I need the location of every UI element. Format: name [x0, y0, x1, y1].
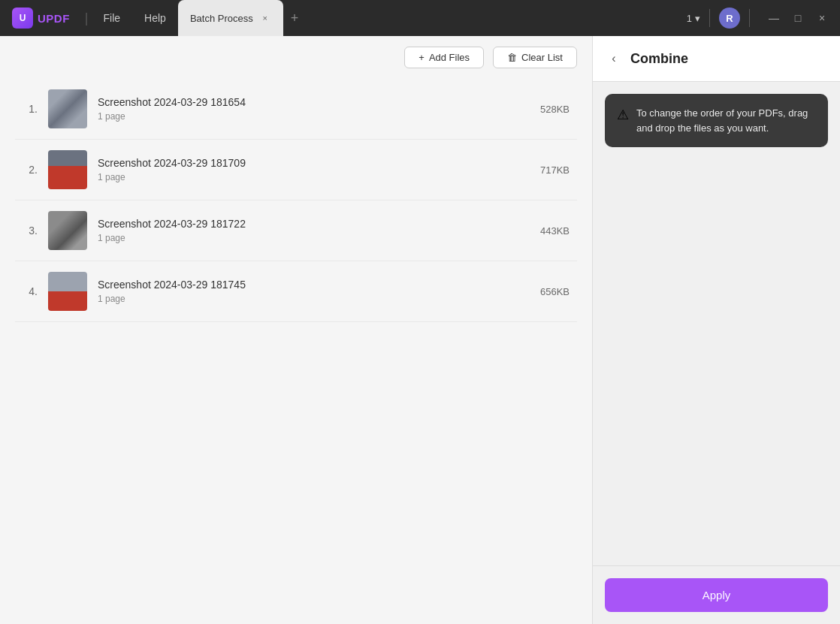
file-size: 656KB — [540, 286, 570, 297]
file-list-content: 1. Screenshot 2024-03-29 181654 1 page 5… — [0, 79, 592, 624]
window-controls: — □ × — [759, 12, 828, 24]
file-size: 443KB — [540, 225, 570, 237]
trash-icon: 🗑 — [507, 52, 517, 63]
panel-title: Combine — [630, 51, 688, 67]
file-thumbnail — [48, 272, 87, 311]
title-bar: U UPDF | File Help Batch Process × + 1 ▾… — [0, 0, 840, 36]
file-name: Screenshot 2024-03-29 181709 — [98, 157, 530, 169]
clear-list-label: Clear List — [521, 52, 563, 63]
file-thumbnail — [48, 150, 87, 189]
file-thumbnail — [48, 89, 87, 128]
file-pages: 1 page — [98, 111, 530, 122]
panel-back-button[interactable]: ‹ — [605, 50, 623, 68]
file-name: Screenshot 2024-03-29 181745 — [98, 279, 530, 291]
file-item[interactable]: 1. Screenshot 2024-03-29 181654 1 page 5… — [15, 79, 577, 140]
apply-button[interactable]: Apply — [605, 578, 828, 612]
file-list-area: + Add Files 🗑 Clear List 1. Screenshot 2… — [0, 36, 592, 624]
warning-icon: ⚠ — [617, 107, 629, 123]
file-list-toolbar: + Add Files 🗑 Clear List — [0, 36, 592, 79]
add-files-label: Add Files — [429, 52, 470, 63]
file-item[interactable]: 2. Screenshot 2024-03-29 181709 1 page 7… — [15, 140, 577, 200]
minimize-button[interactable]: — — [768, 12, 780, 24]
file-name: Screenshot 2024-03-29 181722 — [98, 218, 530, 230]
nav-file[interactable]: File — [92, 0, 133, 36]
version-badge[interactable]: 1 ▾ — [687, 13, 700, 24]
file-info: Screenshot 2024-03-29 181709 1 page — [98, 157, 530, 182]
file-number: 4. — [23, 285, 38, 297]
info-text: To change the order of your PDFs, drag a… — [636, 106, 816, 135]
file-info: Screenshot 2024-03-29 181654 1 page — [98, 96, 530, 122]
user-avatar[interactable]: R — [719, 8, 740, 29]
close-button[interactable]: × — [816, 12, 828, 24]
divider — [709, 9, 710, 27]
panel-footer: Apply — [593, 565, 840, 624]
file-pages: 1 page — [98, 172, 530, 182]
clear-list-button[interactable]: 🗑 Clear List — [493, 47, 577, 68]
file-thumbnail — [48, 211, 87, 250]
add-files-button[interactable]: + Add Files — [404, 47, 484, 68]
file-name: Screenshot 2024-03-29 181654 — [98, 96, 530, 108]
tab-close-icon[interactable]: × — [259, 12, 271, 24]
app-logo-text: UPDF — [38, 12, 70, 25]
file-number: 2. — [23, 164, 38, 176]
title-separator: | — [85, 11, 89, 26]
version-chevron-icon: ▾ — [695, 13, 700, 24]
file-number: 1. — [23, 103, 38, 115]
panel-body: ⚠ To change the order of your PDFs, drag… — [593, 82, 840, 565]
file-info: Screenshot 2024-03-29 181745 1 page — [98, 279, 530, 304]
tab-batch-process[interactable]: Batch Process × — [178, 0, 283, 36]
file-number: 3. — [23, 225, 38, 237]
info-card: ⚠ To change the order of your PDFs, drag… — [605, 94, 828, 147]
tab-label: Batch Process — [190, 13, 253, 24]
maximize-button[interactable]: □ — [792, 12, 804, 24]
divider — [749, 9, 750, 27]
file-item[interactable]: 3. Screenshot 2024-03-29 181722 1 page 4… — [15, 200, 577, 261]
version-number: 1 — [687, 13, 692, 24]
logo-area: U UPDF — [0, 0, 82, 36]
main-layout: + Add Files 🗑 Clear List 1. Screenshot 2… — [0, 36, 840, 624]
right-panel: ‹ Combine ⚠ To change the order of your … — [592, 36, 840, 624]
file-info: Screenshot 2024-03-29 181722 1 page — [98, 218, 530, 243]
file-pages: 1 page — [98, 294, 530, 304]
nav-help[interactable]: Help — [132, 0, 178, 36]
title-controls: 1 ▾ R — □ × — [675, 8, 840, 29]
app-logo-icon: U — [12, 8, 33, 29]
panel-header: ‹ Combine — [593, 36, 840, 82]
new-tab-button[interactable]: + — [283, 0, 307, 36]
file-size: 528KB — [540, 104, 570, 115]
file-pages: 1 page — [98, 233, 530, 243]
file-item[interactable]: 4. Screenshot 2024-03-29 181745 1 page 6… — [15, 261, 577, 322]
file-size: 717KB — [540, 164, 570, 176]
add-files-icon: + — [418, 52, 425, 63]
tabs-area: Batch Process × + — [178, 0, 675, 36]
